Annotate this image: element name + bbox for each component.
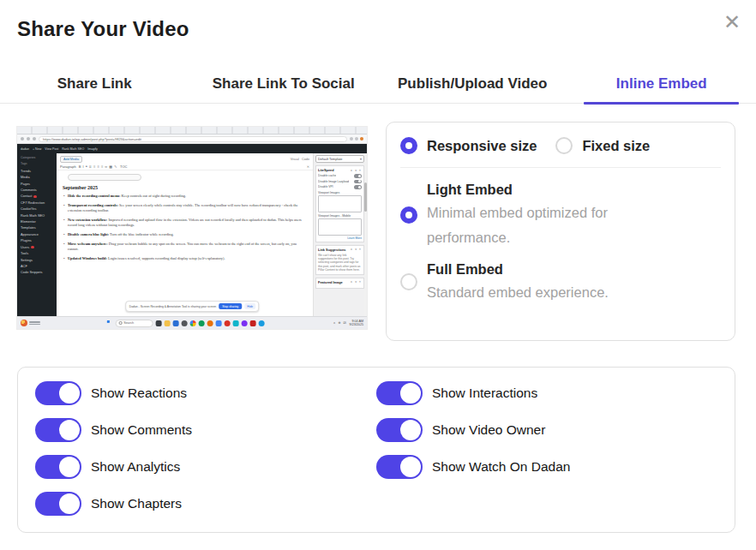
wp-sidebar-item: Elementor xyxy=(21,218,57,224)
toggle-row[interactable]: Show Interactions xyxy=(376,381,717,405)
toggle-switch-on[interactable] xyxy=(35,381,81,405)
toggle-switch-on[interactable] xyxy=(35,418,81,442)
taskbar-app-icon xyxy=(156,320,162,326)
browser-extension-icons xyxy=(350,137,363,140)
editor-document: September 2025 Hide the recording contro… xyxy=(57,170,313,316)
flame-icon xyxy=(21,320,27,326)
tab-bar: Share Link Share Link To Social Publish/… xyxy=(0,65,756,104)
modal-title: Share Your Video xyxy=(17,17,189,41)
system-tray: ∧ ⊕ ⚂ 9:04 AM 9/23/2025 xyxy=(333,320,363,327)
url-text: https://www.dadan.io/wp-admin/post.php?p… xyxy=(39,136,347,142)
link-suggestions-title: Link Suggestions xyxy=(318,248,362,252)
taskbar-app-icons xyxy=(156,320,265,326)
link-suggestions-body: We can't show any link suggestions for t… xyxy=(318,254,362,272)
light-embed-option[interactable]: Light Embed Minimal embed optimized for … xyxy=(400,180,721,250)
back-icon xyxy=(21,137,24,140)
tab-publish-upload-video[interactable]: Publish/Upload Video xyxy=(378,65,567,103)
wp-sidebar-item: Trends xyxy=(21,168,57,174)
viewport-images-label: Viewport Images xyxy=(318,191,362,194)
toggle-row[interactable]: Show Comments xyxy=(35,418,376,442)
taskbar-app-icon xyxy=(216,320,222,326)
document-bullet: Disable camera blue light: Turn off the … xyxy=(63,232,307,236)
video-preview-thumbnail[interactable]: https://www.dadan.io/wp-admin/post.php?p… xyxy=(17,127,367,329)
full-embed-option[interactable]: Full Embed Standard embed experience. xyxy=(400,260,721,305)
embed-options-card: Responsive size Fixed size Light Embed M… xyxy=(386,122,735,341)
radio-unselected-icon[interactable] xyxy=(555,137,573,154)
size-options-row: Responsive size Fixed size xyxy=(400,137,721,154)
windows-start-icon xyxy=(107,320,113,326)
learn-more-link: Learn More xyxy=(318,236,362,240)
tab-share-link-to-social[interactable]: Share Link To Social xyxy=(189,65,379,103)
close-icon[interactable]: ✕ xyxy=(723,12,741,33)
taskbar-app-icon xyxy=(190,320,196,326)
taskbar-app-icon xyxy=(182,320,188,326)
editor-code-tab: Code xyxy=(302,158,309,161)
mini-toggle-off xyxy=(354,185,362,189)
options-divider xyxy=(400,167,721,168)
toggle-switch-on[interactable] xyxy=(376,455,423,479)
toggle-switch-on[interactable] xyxy=(376,418,423,442)
display-toggles-card: Show Reactions Show Comments Show Analyt… xyxy=(17,367,735,533)
editor-toolbar: Paragraph TOC ✕ xyxy=(57,163,313,170)
hide-banner-button: Hide xyxy=(244,303,255,309)
fixed-size-option[interactable]: Fixed size xyxy=(555,137,650,154)
responsive-size-option[interactable]: Responsive size xyxy=(400,137,537,154)
toggle-row[interactable]: Show Watch On Dadan xyxy=(376,455,717,479)
toggle-row[interactable]: Show Chapters xyxy=(35,492,376,516)
link-suggestions-panel: Link Suggestions We can't show any link … xyxy=(315,245,364,275)
wp-sidebar-item: Code Snippets xyxy=(21,269,57,275)
taskbar-app-icon xyxy=(225,320,231,326)
toggle-row[interactable]: Show Analytics xyxy=(35,455,376,479)
taskbar-app-icon xyxy=(259,320,265,326)
mini-toggle-off xyxy=(354,174,362,178)
tab-share-link[interactable]: Share Link xyxy=(0,65,189,103)
taskbar-app-icon xyxy=(250,320,256,326)
toggle-switch-on[interactable] xyxy=(35,455,81,479)
browser-scrollbar xyxy=(364,153,367,316)
taskbar-app-icon xyxy=(199,320,205,326)
litespeed-toggle-row: Disable cache xyxy=(318,174,362,178)
radio-unselected-icon[interactable] xyxy=(400,273,417,290)
radio-selected-icon[interactable] xyxy=(400,206,417,224)
document-bullet: Transparent recording controls: See your… xyxy=(63,203,307,212)
template-select: Default Template xyxy=(315,155,364,163)
wp-editor-side-panel: Default Template LiteSpeed Disable cache xyxy=(314,153,367,316)
taskbar-app-icon xyxy=(165,320,171,326)
toggle-row[interactable]: Show Video Owner xyxy=(376,418,717,442)
wp-sidebar-item: Appearance xyxy=(21,231,57,237)
admin-bar-item: Rank Math SEO xyxy=(62,147,84,151)
wp-editor-area: Add Media Visual Code Paragraph TOC ✕ Se… xyxy=(57,153,314,316)
forward-icon xyxy=(27,137,30,140)
radio-selected-icon[interactable] xyxy=(400,137,417,154)
wp-sidebar-item: ACF xyxy=(21,263,57,269)
toggle-switch-on[interactable] xyxy=(35,492,81,516)
preview-window-body: CategoriesTagsTrendsMediaPagesCommentsCo… xyxy=(17,153,367,316)
search-icon xyxy=(119,321,123,325)
wp-sidebar-item: Categories xyxy=(21,155,57,161)
active-tab-underline xyxy=(584,102,739,105)
tray-icons: ∧ ⊕ ⚂ xyxy=(333,321,347,325)
wp-sidebar-item: Pages xyxy=(21,181,57,187)
editor-visual-tab: Visual xyxy=(291,158,299,161)
wp-sidebar-item: Rank Math SEO xyxy=(21,212,57,218)
wp-sidebar-item: CookieYes xyxy=(21,206,57,212)
admin-bar-item: Imagify xyxy=(87,147,98,151)
toggle-switch-on[interactable] xyxy=(376,381,423,405)
document-bullet: Hide the recording control menu: Keep co… xyxy=(63,194,307,198)
pagespeed-widget xyxy=(21,320,40,326)
document-bullet: New extension workflow: Improved recordi… xyxy=(63,218,307,227)
tab-inline-embed[interactable]: Inline Embed xyxy=(567,65,756,103)
toggle-row[interactable]: Show Reactions xyxy=(35,381,376,405)
formatting-icons xyxy=(79,164,117,169)
document-bullet: Move webcam anywhere: Drag your webcam b… xyxy=(63,242,307,251)
document-heading: September 2025 xyxy=(63,185,307,190)
stop-sharing-button: Stop sharing xyxy=(219,303,242,309)
wp-sidebar-item: Contact xyxy=(21,193,57,199)
taskbar-app-icon xyxy=(207,320,213,326)
admin-bar-item: View Post xyxy=(45,147,58,151)
profile-avatar-icon xyxy=(360,137,363,140)
wp-sidebar-item: Templates xyxy=(21,224,57,230)
litespeed-toggle-row: Disable Image Lazyload xyxy=(318,180,362,184)
browser-url-bar: https://www.dadan.io/wp-admin/post.php?p… xyxy=(17,135,367,144)
refresh-icon xyxy=(33,137,36,140)
